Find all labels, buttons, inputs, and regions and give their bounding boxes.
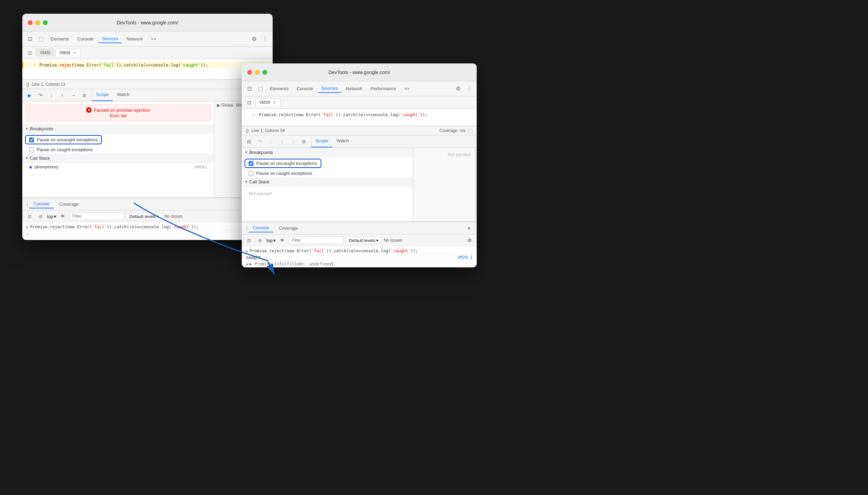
default-levels-1[interactable]: Default levels ▾ [126, 213, 162, 220]
step-into-btn-1[interactable]: ↓ [47, 91, 56, 100]
deactivate-btn-2[interactable]: ⊘ [299, 137, 308, 146]
more-icon-2[interactable]: ⋮ [464, 84, 474, 94]
file-tab-vm39[interactable]: VM39 ✕ [56, 49, 81, 57]
levels-label-1: Default levels [129, 214, 156, 219]
step-btn-2[interactable]: → [288, 137, 297, 146]
call-stack-header-2[interactable]: ▼ Call Stack [242, 177, 413, 187]
console-sidebar-btn-2[interactable]: ⊡ [245, 236, 253, 245]
default-levels-2[interactable]: Default levels ▾ [346, 237, 382, 244]
panels-area-2: ▼ Breakpoints Pause on uncaught exceptio… [242, 148, 477, 221]
devtools-window-1: DevTools - www.google.com/ ⊡ ⬚ Elements … [22, 14, 273, 240]
issues-badge-2: No Issues [384, 238, 402, 243]
dock-icon-1[interactable]: ⬚ [36, 34, 46, 44]
pause-layout-btn-2[interactable]: ⊟ [245, 137, 253, 146]
minimize-button-1[interactable] [35, 20, 40, 25]
step-btn-1[interactable]: → [69, 91, 78, 100]
maximize-button-1[interactable] [43, 20, 48, 25]
tab-elements-2[interactable]: Elements [266, 85, 292, 93]
step-into-btn-2[interactable]: ↓ [266, 137, 275, 146]
console-vm29-link[interactable]: VM29:1 [458, 255, 473, 260]
step-out-btn-2[interactable]: ↑ [277, 137, 286, 146]
close-button-1[interactable] [28, 20, 33, 25]
tab-console-1[interactable]: Console [74, 35, 97, 43]
console-eye-btn-2[interactable]: 👁 [278, 236, 287, 245]
breakpoint-caught-2[interactable]: Pause on caught exceptions [242, 169, 413, 177]
console-caught-text: caught [246, 255, 261, 260]
console-line-prompt-1[interactable]: › [25, 230, 270, 237]
tab-network-2[interactable]: Network [343, 85, 366, 93]
pause-uncaught-label-1: Pause on uncaught exceptions [37, 137, 98, 142]
file-tab-vm29-close[interactable]: ✕ [272, 100, 277, 105]
pause-uncaught-checkbox-2[interactable] [249, 161, 253, 166]
breakpoints-header-1[interactable]: ▼ Breakpoints [22, 124, 214, 134]
console-settings-btn-2[interactable]: ⚙ [465, 236, 474, 245]
tab-elements-1[interactable]: Elements [47, 35, 72, 43]
code-line-2: 1 Promise.reject(new Error('fail')).catc… [242, 111, 477, 118]
console-filter-input-2[interactable] [289, 237, 344, 244]
scrollbar-2[interactable] [475, 148, 477, 221]
pause-uncaught-outlined-1[interactable]: Pause on uncaught exceptions [25, 135, 102, 144]
console-promise-text: ▶ Promise {<fulfilled>: undefined} [250, 262, 334, 266]
file-tab-vm39-close[interactable]: ✕ [72, 50, 77, 55]
step-over-btn-2[interactable]: ↷ [255, 137, 264, 146]
console-menu-2[interactable]: ⋮ [245, 226, 247, 231]
window-title-1: DevTools - www.google.com/ [117, 20, 178, 25]
scope-tab-1[interactable]: Scope [92, 89, 113, 101]
context-selector-2[interactable]: top ▾ [266, 238, 276, 243]
console-eye-btn-1[interactable]: 👁 [58, 212, 67, 221]
watch-tab-2[interactable]: Watch [332, 135, 353, 147]
tab-console-2[interactable]: Console [293, 85, 317, 93]
dock-icon-2[interactable]: ⬚ [255, 84, 265, 94]
file-tab-vm29[interactable]: VM29 ✕ [255, 98, 281, 106]
watch-tab-1[interactable]: Watch [113, 89, 133, 101]
console-tab-coverage-2[interactable]: Coverage [275, 224, 302, 232]
step-out-btn-1[interactable]: ↑ [58, 91, 67, 100]
step-over-btn-1[interactable]: ↷ [36, 91, 45, 100]
scope-tab-2[interactable]: Scope [311, 135, 332, 147]
call-stack-header-1[interactable]: ▼ Call Stack [22, 154, 214, 163]
dock-to-bottom-2[interactable]: ⬚ [468, 128, 473, 133]
breakpoint-uncaught-container-1: Pause on uncaught exceptions [22, 134, 214, 146]
deactivate-btn-1[interactable]: ⊘ [80, 91, 89, 100]
settings-icon-1[interactable]: ⚙ [249, 34, 259, 44]
maximize-button-2[interactable] [262, 70, 267, 75]
console-sidebar-btn-1[interactable]: ⊡ [25, 212, 34, 221]
scope-global-item-1[interactable]: ▶ Global [217, 103, 233, 108]
window-controls-1[interactable] [28, 20, 48, 25]
console-filter-input-1[interactable] [69, 213, 124, 220]
console-area-2: ⋮ Console Coverage ✕ ⊡ ⊘ top ▾ 👁 Default… [242, 221, 477, 267]
console-clear-btn-2[interactable]: ⊘ [255, 236, 264, 245]
tab-performance-2[interactable]: Performance [367, 85, 399, 93]
close-button-2[interactable] [247, 70, 252, 75]
console-tab-console-2[interactable]: Console [249, 224, 273, 232]
sidebar-toggle-icon-2[interactable]: ⊡ [245, 84, 254, 94]
pause-uncaught-outlined-2[interactable]: Pause on uncaught exceptions [245, 159, 321, 168]
context-selector-1[interactable]: top ▾ [47, 214, 56, 219]
tab-sources-2[interactable]: Sources [318, 84, 341, 93]
resume-btn-1[interactable]: ▶ [25, 91, 34, 100]
console-expand-2[interactable]: ▶ [246, 249, 248, 253]
pause-uncaught-checkbox-1[interactable] [29, 137, 34, 142]
settings-icon-2[interactable]: ⚙ [453, 84, 463, 94]
console-tab-coverage-1[interactable]: Coverage [55, 200, 83, 208]
file-tab-vm30[interactable]: VM30 [36, 49, 54, 57]
tab-more-1[interactable]: >> [147, 35, 159, 43]
breakpoints-header-2[interactable]: ▼ Breakpoints [242, 148, 413, 157]
pause-caught-checkbox-1[interactable] [29, 147, 34, 152]
navigator-toggle-2[interactable]: ⊡ [245, 98, 254, 107]
console-tab-console-1[interactable]: Console [29, 200, 54, 208]
tab-sources-1[interactable]: Sources [98, 35, 122, 43]
close-console-btn-2[interactable]: ✕ [464, 224, 474, 232]
breakpoint-caught-1[interactable]: Pause on caught exceptions [22, 146, 214, 154]
console-menu-1[interactable]: ⋮ [25, 202, 28, 207]
pause-caught-checkbox-2[interactable] [249, 171, 253, 176]
more-icon-1[interactable]: ⋮ [260, 34, 270, 44]
console-clear-btn-1[interactable]: ⊘ [36, 212, 45, 221]
navigator-toggle-1[interactable]: ⊡ [25, 48, 35, 58]
tab-more-2[interactable]: >> [401, 85, 413, 93]
minimize-button-2[interactable] [255, 70, 260, 75]
console-promise-arrow[interactable]: ◀ [246, 262, 248, 266]
window-controls-2[interactable] [247, 70, 267, 75]
sidebar-toggle-icon-1[interactable]: ⊡ [25, 34, 35, 44]
tab-network-1[interactable]: Network [123, 35, 146, 43]
